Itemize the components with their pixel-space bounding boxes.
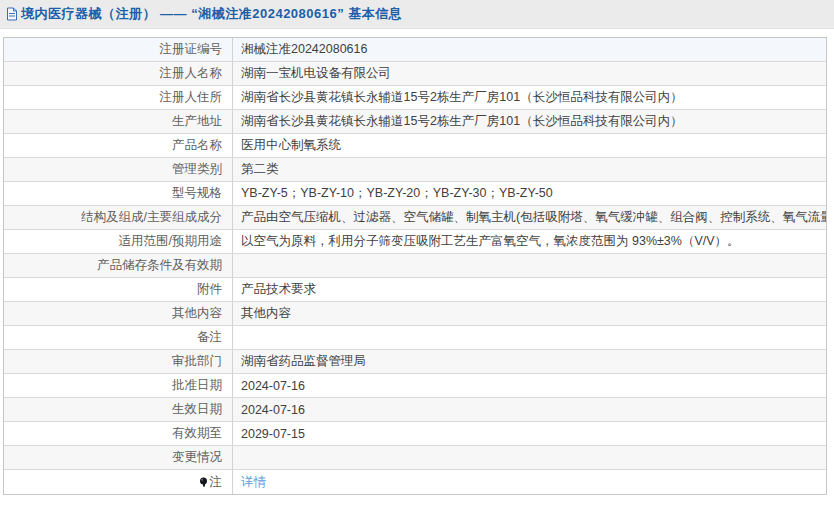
document-icon [6,7,18,21]
row-value: 产品技术要求 [233,278,826,301]
row-label: 其他内容 [4,302,233,325]
row-label: 型号规格 [4,182,233,205]
row-label-text: 附件 [197,281,222,298]
table-row: 型号规格YB-ZY-5；YB-ZY-10；YB-ZY-20；YB-ZY-30；Y… [4,182,826,206]
row-value: 2024-07-16 [233,374,826,397]
table-row: 备注 [4,326,826,350]
row-label-text: 结构及组成/主要组成成分 [81,209,222,226]
info-table: 注册证编号湘械注准20242080616注册人名称湖南一宝机电设备有限公司注册人… [3,37,827,495]
row-value: 第二类 [233,158,826,181]
row-label: 生产地址 [4,110,233,133]
table-row: 审批部门湖南省药品监督管理局 [4,350,826,374]
row-value [233,326,826,349]
row-label: 管理类别 [4,158,233,181]
row-value: 详情 [233,470,826,494]
row-value [233,446,826,469]
row-label-text: 生效日期 [172,401,222,418]
table-row: 管理类别第二类 [4,158,826,182]
table-row: 结构及组成/主要组成成分产品由空气压缩机、过滤器、空气储罐、制氧主机(包括吸附塔… [4,206,826,230]
table-row: 生产地址湖南省长沙县黄花镇长永辅道15号2栋生产厂房101（长沙恒品科技有限公司… [4,110,826,134]
row-label-text: 产品名称 [172,137,222,154]
table-row: 注册证编号湘械注准20242080616 [4,38,826,62]
row-label: 注册人名称 [4,62,233,85]
row-label: 生效日期 [4,398,233,421]
table-row: 批准日期2024-07-16 [4,374,826,398]
row-label-text: 注册人名称 [160,65,223,82]
table-row: 注册人名称湖南一宝机电设备有限公司 [4,62,826,86]
row-label: 适用范围/预期用途 [4,230,233,253]
row-label: 附件 [4,278,233,301]
row-label-text: 生产地址 [172,113,222,130]
row-label: 备注 [4,326,233,349]
row-value [233,254,826,277]
page-title: 境内医疗器械（注册） —— “湘械注准20242080616” 基本信息 [21,5,402,23]
row-label: 变更情况 [4,446,233,469]
row-label-text: 注册证编号 [160,41,223,58]
table-row: 注册人住所湖南省长沙县黄花镇长永辅道15号2栋生产厂房101（长沙恒品科技有限公… [4,86,826,110]
row-label-text: 审批部门 [172,353,222,370]
table-row: 有效期至2029-07-15 [4,422,826,446]
row-label: 结构及组成/主要组成成分 [4,206,233,229]
row-value: 2029-07-15 [233,422,826,445]
row-label: 产品名称 [4,134,233,157]
row-value: 以空气为原料，利用分子筛变压吸附工艺生产富氧空气，氧浓度范围为 93%±3%（V… [233,230,826,253]
row-label-text: 其他内容 [172,305,222,322]
row-label: 注 [4,470,233,494]
table-row: 变更情况 [4,446,826,470]
row-label-text: 注册人住所 [160,89,223,106]
table-row: 其他内容其他内容 [4,302,826,326]
table-row: 适用范围/预期用途以空气为原料，利用分子筛变压吸附工艺生产富氧空气，氧浓度范围为… [4,230,826,254]
row-label: 注册证编号 [4,38,233,61]
dot-icon [199,477,208,487]
row-label-text: 注 [210,474,223,491]
row-label-text: 适用范围/预期用途 [119,233,222,250]
row-value: 湖南一宝机电设备有限公司 [233,62,826,85]
row-value: YB-ZY-5；YB-ZY-10；YB-ZY-20；YB-ZY-30；YB-ZY… [233,182,826,205]
row-value: 湘械注准20242080616 [233,38,826,61]
row-value: 医用中心制氧系统 [233,134,826,157]
row-value: 产品由空气压缩机、过滤器、空气储罐、制氧主机(包括吸附塔、氧气缓冲罐、组合阀、控… [233,206,826,229]
row-value: 湖南省药品监督管理局 [233,350,826,373]
row-label: 批准日期 [4,374,233,397]
row-label: 审批部门 [4,350,233,373]
row-label-text: 有效期至 [172,425,222,442]
row-label-text: 变更情况 [172,449,222,466]
table-row: 生效日期2024-07-16 [4,398,826,422]
table-row: 附件产品技术要求 [4,278,826,302]
table-row: 产品储存条件及有效期 [4,254,826,278]
table-row: 注详情 [4,470,826,494]
page-header: 境内医疗器械（注册） —— “湘械注准20242080616” 基本信息 [0,0,834,29]
row-label-text: 批准日期 [172,377,222,394]
row-label-text: 管理类别 [172,161,222,178]
row-label: 注册人住所 [4,86,233,109]
row-label-text: 型号规格 [172,185,222,202]
row-value: 湖南省长沙县黄花镇长永辅道15号2栋生产厂房101（长沙恒品科技有限公司内） [233,110,826,133]
row-value: 其他内容 [233,302,826,325]
detail-link[interactable]: 详情 [241,474,266,491]
row-label: 产品储存条件及有效期 [4,254,233,277]
row-label-text: 备注 [197,329,222,346]
row-value: 湖南省长沙县黄花镇长永辅道15号2栋生产厂房101（长沙恒品科技有限公司内） [233,86,826,109]
row-label: 有效期至 [4,422,233,445]
row-value: 2024-07-16 [233,398,826,421]
table-row: 产品名称医用中心制氧系统 [4,134,826,158]
row-label-text: 产品储存条件及有效期 [97,257,222,274]
